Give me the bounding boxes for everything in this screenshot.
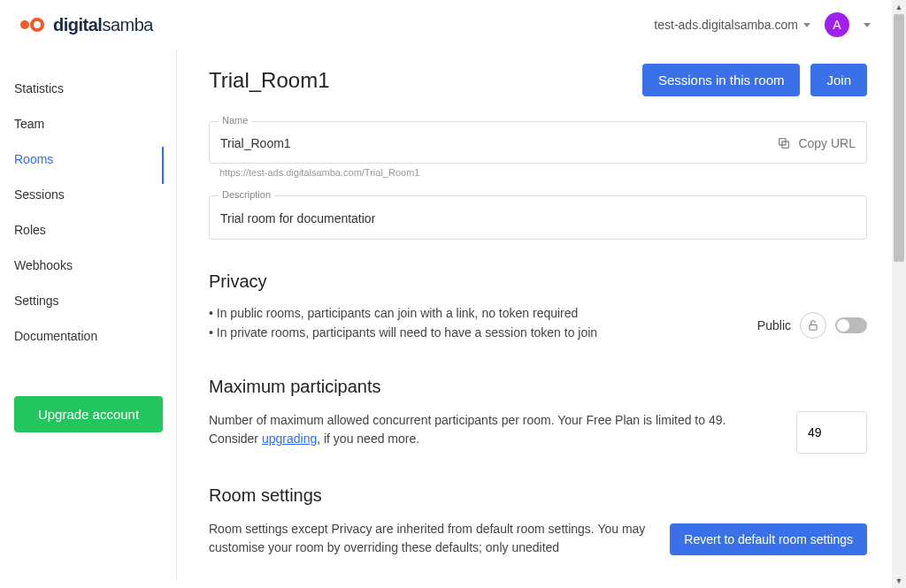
sidebar-item-team[interactable]: Team [14, 106, 163, 141]
copy-url-button[interactable]: Copy URL [777, 136, 856, 150]
privacy-toggle[interactable] [835, 317, 867, 333]
privacy-description: • In public rooms, participants can join… [209, 306, 597, 345]
max-participants-input[interactable] [796, 411, 867, 454]
lock-icon [800, 312, 826, 339]
chevron-down-icon [803, 23, 810, 27]
scroll-thumb[interactable] [894, 14, 904, 262]
copy-icon [777, 136, 791, 150]
avatar[interactable]: A [825, 12, 849, 37]
sidebar-item-documentation[interactable]: Documentation [14, 318, 163, 354]
header: digitalsamba test-ads.digitalsamba.com A [0, 0, 892, 50]
name-field-wrap: Name Copy URL [209, 121, 867, 164]
upgrade-account-button[interactable]: Upgrade account [14, 396, 163, 432]
main-content: Trial_Room1 Sessions in this room Join N… [177, 50, 892, 588]
scrollbar[interactable]: ▲ ▼ [892, 0, 906, 588]
svg-rect-5 [810, 325, 817, 330]
sessions-button[interactable]: Sessions in this room [642, 64, 801, 96]
name-input[interactable] [220, 136, 777, 150]
svg-point-2 [34, 21, 41, 28]
sidebar-item-sessions[interactable]: Sessions [14, 177, 163, 212]
chevron-down-icon[interactable] [864, 23, 871, 27]
sidebar: Statistics Team Rooms Sessions Roles Web… [0, 50, 177, 588]
logo-icon [18, 16, 48, 34]
revert-settings-button[interactable]: Revert to default room settings [670, 523, 867, 555]
max-participants-description: Number of maximum allowed concurrent par… [209, 411, 761, 448]
sidebar-item-settings[interactable]: Settings [14, 283, 163, 318]
description-field-label: Description [219, 189, 274, 200]
sidebar-item-webhooks[interactable]: Webhooks [14, 248, 163, 283]
privacy-toggle-label: Public [757, 318, 791, 332]
sidebar-item-rooms[interactable]: Rooms [14, 141, 163, 177]
description-input[interactable] [220, 211, 375, 225]
sidebar-item-roles[interactable]: Roles [14, 212, 163, 248]
domain-label: test-ads.digitalsamba.com [654, 18, 798, 32]
name-field-label: Name [219, 115, 251, 126]
domain-dropdown[interactable]: test-ads.digitalsamba.com [654, 18, 810, 32]
room-settings-description: Room settings except Privacy are inherit… [209, 520, 649, 557]
upgrade-link[interactable]: upgrading [262, 431, 317, 446]
logo-text: digitalsamba [53, 15, 153, 35]
description-field-wrap: Description [209, 195, 867, 240]
room-url-text: https://test-ads.digitalsamba.com/Trial_… [219, 167, 867, 178]
max-participants-title: Maximum participants [209, 377, 867, 397]
logo[interactable]: digitalsamba [18, 15, 153, 35]
svg-point-0 [20, 20, 29, 29]
sidebar-item-statistics[interactable]: Statistics [14, 71, 163, 106]
page-title: Trial_Room1 [209, 68, 330, 93]
scroll-up-icon[interactable]: ▲ [892, 0, 906, 14]
privacy-title: Privacy [209, 271, 867, 292]
scroll-down-icon[interactable]: ▼ [892, 574, 906, 588]
join-button[interactable]: Join [810, 64, 867, 96]
room-settings-title: Room settings [209, 485, 867, 506]
